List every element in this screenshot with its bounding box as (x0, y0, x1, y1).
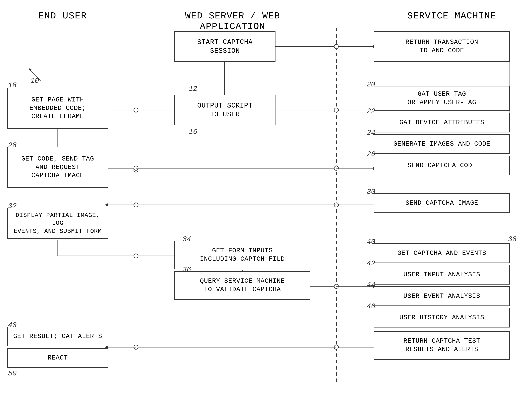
label-44: 44 (367, 281, 375, 289)
box-get-result: GET RESULT; GAT ALERTS (7, 327, 108, 346)
svg-point-15 (134, 168, 138, 172)
box-get-form-inputs: GET FORM INPUTSINCLUDING CAPTCH FILD (174, 241, 310, 269)
box-user-input-analysis: USER INPUT ANALYSIS (374, 265, 510, 284)
box-return-transaction: RETURN TRANSACTIONID AND CODE (374, 31, 510, 62)
box-react: REACT (7, 348, 108, 368)
label-16: 16 (189, 128, 197, 136)
label-48: 48 (8, 321, 17, 329)
box-send-captcha-code: SEND CAPTCHA CODE (374, 156, 510, 175)
box-gat-user-tag: GAT USER-TAGOR APPLY USER-TAG (374, 86, 510, 111)
header-web-server: WED SERVER / WEB APPLICATION (152, 11, 313, 32)
box-get-page: GET PAGE WITHEMBEDDED CODE;CREATE LFRAME (7, 88, 108, 129)
box-return-captcha-results: RETURN CAPTCHA TESTRESULTS AND ALERTS (374, 331, 510, 360)
svg-marker-44 (29, 68, 32, 71)
box-get-code: GET CODE, SEND TAGAND REQUESTCAPTCHA IMA… (7, 147, 108, 188)
svg-point-41 (134, 345, 138, 349)
label-34: 34 (183, 235, 191, 243)
label-30: 30 (367, 188, 375, 196)
svg-point-12 (134, 108, 138, 112)
label-22: 22 (367, 107, 375, 116)
label-26: 26 (367, 150, 375, 158)
label-18: 18 (8, 81, 17, 90)
label-42: 42 (367, 259, 375, 268)
svg-point-35 (334, 284, 338, 289)
box-generate-images: GENERATE IMAGES AND CODE (374, 134, 510, 154)
box-send-captcha-image: SEND CAPTCHA IMAGE (374, 193, 510, 213)
box-query-service: QUERY SERVICE MACHINETO VALIDATE CAPTCHA (174, 271, 310, 300)
svg-point-26 (134, 203, 138, 207)
header-service-machine: SERVICE MACHINE (385, 11, 519, 21)
label-20: 20 (367, 81, 375, 89)
diagram-container: END USER WED SERVER / WEB APPLICATION SE… (0, 0, 532, 398)
svg-point-20 (334, 166, 338, 170)
box-gat-device: GAT DEVICE ATTRIBUTES (374, 113, 510, 132)
box-display-partial: DISPLAY PARTIAL IMAGE, LOGEVENTS, AND SU… (7, 208, 108, 239)
label-24: 24 (367, 129, 375, 137)
svg-point-18 (134, 166, 138, 170)
svg-marker-28 (105, 203, 108, 207)
label-28: 28 (8, 141, 17, 149)
svg-point-4 (334, 44, 338, 49)
label-10: 10 (30, 77, 39, 85)
svg-point-24 (334, 203, 338, 207)
svg-point-8 (334, 108, 338, 112)
label-12: 12 (189, 85, 197, 93)
box-start-captcha: START CAPTCHASESSION (174, 31, 275, 62)
box-output-script: OUTPUT SCRIPTTO USER (174, 95, 275, 125)
header-end-user: END USER (0, 11, 125, 21)
box-user-event-analysis: USER EVENT ANALYSIS (374, 286, 510, 306)
label-36: 36 (183, 266, 191, 274)
svg-point-39 (334, 345, 338, 349)
label-32: 32 (8, 202, 17, 210)
label-40: 40 (367, 238, 375, 246)
label-46: 46 (367, 302, 375, 310)
svg-point-32 (134, 254, 138, 258)
label-50: 50 (8, 370, 17, 378)
box-user-history-analysis: USER HISTORY ANALYSIS (374, 308, 510, 327)
label-38: 38 (508, 235, 517, 243)
box-get-captcha-events: GET CAPTCHA AND EVENTS (374, 243, 510, 263)
